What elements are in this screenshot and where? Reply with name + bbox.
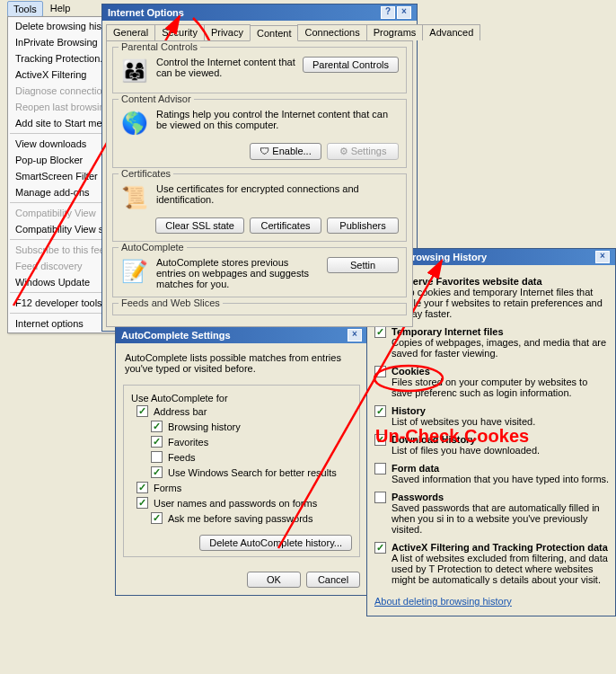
tab-privacy[interactable]: Privacy	[204, 24, 251, 40]
checkbox-icon[interactable]: ✓	[374, 405, 386, 417]
checkbox-icon[interactable]: ✓	[151, 436, 163, 448]
ac-title: AutoComplete Settings	[121, 330, 231, 341]
checkbox-icon[interactable]	[374, 492, 386, 503]
autocomplete-settings-dialog: AutoComplete Settings × AutoComplete lis…	[115, 326, 368, 596]
checkbox-row[interactable]: Feeds	[145, 449, 352, 465]
group-feeds: Feeds and Web Slices	[112, 303, 407, 315]
ac-group: Use AutoComplete for ✓Address bar✓Browsi…	[123, 385, 360, 557]
publishers-button[interactable]: Publishers	[327, 217, 399, 234]
checkbox-icon[interactable]: ✓	[374, 542, 386, 554]
checkbox-label: Feeds	[168, 452, 196, 463]
checkbox-icon[interactable]: ✓	[151, 512, 163, 524]
checkbox-label: Ask me before saving passwords	[168, 513, 312, 524]
dbh-desc: Copies of webpages, images, and media th…	[392, 337, 610, 359]
gear-icon: ⚙	[339, 146, 348, 156]
dbh-label: ActiveX Filtering and Tracking Protectio…	[392, 542, 610, 553]
help-icon[interactable]: ?	[381, 6, 395, 19]
dbh-label: Temporary Internet files	[392, 326, 610, 337]
checkbox-icon[interactable]: ✓	[136, 482, 148, 493]
shield-icon: 🛡	[260, 146, 269, 156]
checkbox-icon[interactable]: ✓	[136, 497, 148, 509]
io-title: Internet Options	[108, 7, 184, 18]
checkbox-row[interactable]: ✓Browsing history	[145, 419, 352, 434]
checkbox-label: Forms	[154, 483, 181, 493]
dbh-row[interactable]: PasswordsSaved passwords that are automa…	[374, 488, 610, 538]
about-deleting-link[interactable]: About deleting browsing history	[367, 590, 615, 616]
close-icon[interactable]: ×	[348, 329, 362, 341]
family-icon: 👨‍👩‍👧	[120, 57, 149, 85]
settings-button: ⚙ Settings	[327, 143, 399, 160]
checkbox-icon[interactable]	[374, 366, 386, 377]
group-certificates: Certificates 📜 Use certificates for encr…	[112, 173, 407, 242]
legend-parental: Parental Controls	[119, 41, 200, 52]
close-icon[interactable]: ×	[595, 251, 610, 263]
dbh-row[interactable]: ✓ActiveX Filtering and Tracking Protecti…	[374, 538, 610, 589]
annotation-text: Un-Check Cookes	[375, 426, 529, 447]
cancel-button[interactable]: Cancel	[306, 572, 360, 588]
legend-feeds: Feeds and Web Slices	[119, 297, 223, 308]
checkbox-icon[interactable]	[151, 451, 163, 463]
dbh-desc: A list of websites excluded from filteri…	[392, 553, 610, 585]
checkbox-label: User names and passwords on forms	[154, 498, 317, 509]
checkbox-label: Browsing history	[168, 421, 241, 432]
checkbox-row[interactable]: ✓Forms	[131, 480, 352, 495]
checkbox-label: Use Windows Search for better results	[168, 467, 337, 478]
dbh-row[interactable]: ✓Temporary Internet filesCopies of webpa…	[374, 323, 610, 362]
close-icon[interactable]: ×	[397, 6, 411, 19]
parental-controls-button[interactable]: Parental Controls	[303, 57, 399, 73]
tab-security[interactable]: Security	[154, 24, 205, 40]
autocomplete-settings-button[interactable]: Settin	[327, 257, 399, 273]
legend-certs: Certificates	[119, 168, 173, 179]
checkbox-row[interactable]: ✓Favorites	[145, 434, 352, 449]
dbh-desc: Keep cookies and temporary Internet file…	[392, 287, 610, 319]
checkbox-label: Favorites	[168, 437, 208, 448]
certificate-icon: 📜	[120, 183, 149, 212]
checkbox-icon[interactable]	[374, 463, 386, 474]
checkbox-icon[interactable]: ✓	[374, 326, 386, 338]
certificates-button[interactable]: Certificates	[250, 217, 321, 234]
ac-titlebar: AutoComplete Settings ×	[116, 327, 367, 343]
ok-button[interactable]: OK	[247, 572, 301, 588]
enable-button[interactable]: 🛡 Enable...	[250, 143, 321, 160]
dbh-row[interactable]: CookiesFiles stored on your computer by …	[374, 362, 610, 402]
legend-advisor: Content Advisor	[119, 93, 194, 104]
dbh-label: Form data	[392, 463, 610, 474]
dbh-label: History	[392, 405, 610, 416]
checkbox-row[interactable]: ✓Ask me before saving passwords	[145, 510, 352, 526]
content-tab-page: Parental Controls 👨‍👩‍👧 Control the Inte…	[106, 40, 413, 327]
tab-advanced[interactable]: Advanced	[422, 24, 480, 40]
group-advisor: Content Advisor 🌎 Ratings help you contr…	[112, 99, 407, 168]
menu-tools[interactable]: Tools	[7, 1, 43, 17]
dbh-label: Cookies	[392, 366, 610, 377]
parental-desc: Control the Internet content that can be…	[156, 57, 295, 78]
io-titlebar: Internet Options ? ×	[102, 4, 417, 21]
checkbox-icon[interactable]: ✓	[136, 405, 148, 417]
dbh-desc: Saved passwords that are automatically f…	[392, 502, 610, 535]
form-icon: 📝	[120, 257, 149, 286]
ac-desc: AutoComplete stores previous entries on …	[156, 257, 320, 289]
delete-ac-history-button[interactable]: Delete AutoComplete history...	[199, 535, 352, 551]
checkbox-icon[interactable]: ✓	[151, 466, 163, 478]
checkbox-row[interactable]: ✓Use Windows Search for better results	[145, 465, 352, 480]
tab-programs[interactable]: Programs	[366, 24, 424, 40]
globe-icon: 🌎	[120, 109, 149, 137]
checkbox-icon[interactable]: ✓	[151, 421, 163, 432]
group-parental: Parental Controls 👨‍👩‍👧 Control the Inte…	[112, 47, 407, 93]
dbh-row[interactable]: Form dataSaved information that you have…	[374, 459, 610, 488]
certs-desc: Use certificates for encrypted connectio…	[156, 183, 399, 205]
checkbox-row[interactable]: ✓User names and passwords on forms	[131, 495, 352, 510]
tab-content[interactable]: Content	[250, 25, 299, 41]
internet-options-dialog: Internet Options ? × GeneralSecurityPriv…	[101, 4, 418, 332]
ac-intro: AutoComplete lists possible matches from…	[123, 350, 360, 377]
menu-help[interactable]: Help	[45, 1, 76, 17]
dbh-label: Passwords	[392, 492, 610, 502]
tab-connections[interactable]: Connections	[297, 24, 366, 40]
legend-ac: AutoComplete	[119, 242, 187, 253]
tab-general[interactable]: General	[106, 24, 155, 40]
dbh-desc: Files stored on your computer by website…	[392, 377, 610, 398]
ac-group-legend: Use AutoComplete for	[131, 393, 228, 404]
dbh-label: Preserve Favorites website data	[392, 276, 610, 287]
clear-ssl-button[interactable]: Clear SSL state	[155, 217, 244, 234]
checkbox-row[interactable]: ✓Address bar	[131, 404, 352, 419]
checkbox-label: Address bar	[154, 406, 207, 417]
